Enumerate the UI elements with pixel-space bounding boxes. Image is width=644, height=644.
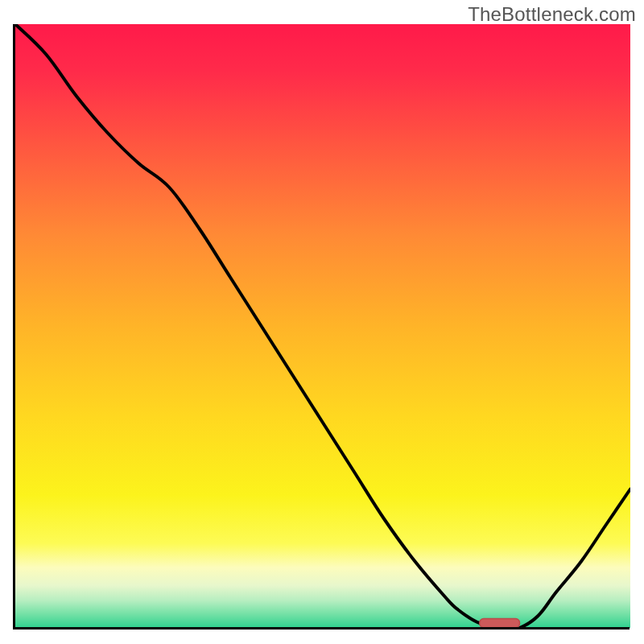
axes xyxy=(13,24,630,630)
chart-container: { "watermark": "TheBottleneck.com", "col… xyxy=(0,0,644,644)
watermark-text: TheBottleneck.com xyxy=(468,3,636,26)
